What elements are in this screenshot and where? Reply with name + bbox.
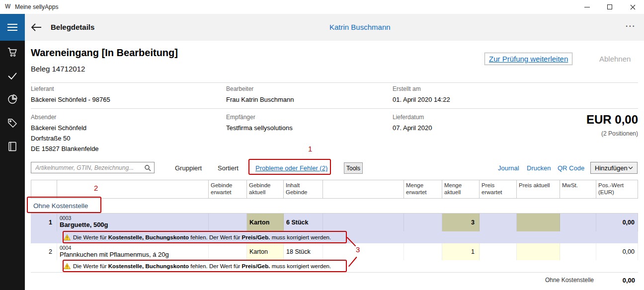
gebinde-aktuell-cell[interactable]: Karton	[247, 243, 284, 260]
group-footer-value: 0,00	[596, 277, 638, 284]
divider	[31, 82, 638, 83]
table-row[interactable]: 2 0004 Pfannkuchen mit Pflaumenmus, á 20…	[31, 243, 638, 260]
maximize-button[interactable]	[598, 0, 621, 14]
col-header-pos-wert: Pos.-Wert (EUR)	[596, 180, 638, 199]
lieferdatum-value: 07. April 2020	[393, 124, 432, 132]
absender-label: Absender	[31, 114, 56, 121]
preis-aktuell-cell[interactable]	[517, 214, 560, 231]
erstellt-label: Erstellt am	[393, 85, 421, 92]
titlebar: W Meine sellyApps	[0, 0, 644, 14]
tag-icon	[7, 118, 18, 129]
hinzufuegen-label: Hinzufügen	[595, 164, 628, 172]
absender-line1: Bäckerei Schönfeld	[31, 124, 86, 132]
close-button[interactable]	[621, 0, 644, 14]
absender-line3: DE 15827 Blankenfelde	[31, 145, 99, 152]
book-icon	[7, 141, 18, 152]
article-name: Pfannkuchen mit Pflaumenmus, á 20g	[60, 251, 206, 258]
tools-button[interactable]: Tools	[344, 162, 363, 174]
menge-aktuell-cell[interactable]: 1	[442, 243, 480, 260]
lieferant-label: Lieferant	[31, 85, 54, 92]
positions-table: Gebinde erwartet Gebinde aktuell Inhalt …	[31, 180, 638, 288]
bearbeiter-label: Bearbeiter	[226, 85, 253, 92]
group-header-ohne-kostenstelle[interactable]: Ohne Kostenstelle	[31, 199, 638, 214]
close-icon	[630, 4, 636, 10]
col-header-gebinde-aktuell: Gebinde aktuell	[247, 180, 284, 199]
sidebar-item-journal[interactable]	[7, 141, 18, 152]
document-title: Wareneingang [In Bearbeitung]	[31, 47, 178, 59]
warning-text: Die Werte für Kostenstelle, Buchungskont…	[73, 234, 331, 240]
more-icon[interactable]: ⋯	[625, 20, 636, 32]
warning-row: Die Werte für Kostenstelle, Buchungskont…	[31, 231, 638, 243]
forward-for-review-button[interactable]: Zur Prüfung weiterleiten	[484, 53, 572, 65]
warning-text: Die Werte für Kostenstelle, Buchungskont…	[73, 263, 331, 269]
row-number: 2	[31, 243, 57, 260]
hamburger-menu-button[interactable]	[0, 14, 25, 41]
pos-wert-cell: 0,00	[596, 243, 638, 260]
sidebar-item-tasks[interactable]	[7, 71, 18, 81]
warning-icon	[64, 234, 71, 240]
article-cell: 0004 Pfannkuchen mit Pflaumenmus, á 20g	[57, 243, 209, 260]
check-icon	[7, 71, 18, 81]
pie-chart-icon	[7, 94, 18, 105]
col-header-menge-erwartet: Menge erwartet	[404, 180, 442, 199]
hinzufuegen-button[interactable]: Hinzufügen	[590, 162, 638, 174]
drucken-link[interactable]: Drucken	[527, 164, 551, 172]
minimize-button[interactable]	[575, 0, 598, 14]
window-title: Meine sellyApps	[15, 3, 58, 10]
sidebar-item-articles[interactable]	[7, 118, 18, 129]
search-icon[interactable]	[144, 164, 151, 171]
inhalt-gebinde-cell: 18 Stück	[284, 243, 323, 260]
problems-errors-link[interactable]: Probleme oder Fehler (2)	[255, 164, 327, 172]
warning-message: Die Werte für Kostenstelle, Buchungskont…	[31, 231, 638, 243]
sidebar-item-reports[interactable]	[7, 94, 18, 105]
preis-erwartet-cell	[480, 243, 517, 260]
journal-link[interactable]: Journal	[498, 164, 519, 172]
total-amount: EUR 0,00	[586, 113, 638, 127]
bearbeiter-value: Frau Katrin Buschmann	[226, 96, 294, 103]
sortiert-control[interactable]: Sortiert	[218, 164, 239, 172]
article-code: 0004	[60, 245, 206, 251]
back-button[interactable]	[31, 23, 42, 34]
back-arrow-icon	[31, 23, 42, 32]
article-name: Barguette, 500g	[60, 221, 206, 228]
qr-code-link[interactable]: QR Code	[558, 164, 584, 172]
spacer-cell	[323, 243, 404, 260]
col-header-preis-erwartet: Preis erwartet	[480, 180, 517, 199]
search-box	[31, 162, 155, 173]
col-header-article	[57, 180, 209, 199]
col-header-preis-aktuell: Preis aktuell	[517, 180, 560, 199]
lieferdatum-label: Lieferdatum	[393, 114, 424, 121]
col-header-mwst: MwSt.	[560, 180, 596, 199]
group-footer-label: Ohne Kostenstelle	[545, 277, 594, 284]
col-header-menge-aktuell: Menge aktuell	[442, 180, 480, 199]
search-input[interactable]	[34, 164, 144, 172]
menge-erwartet-cell	[404, 243, 442, 260]
minimize-icon	[584, 7, 590, 7]
col-header-gebinde-erwartet: Gebinde erwartet	[209, 180, 247, 199]
col-header-num	[31, 180, 57, 199]
divider	[31, 108, 638, 109]
table-row[interactable]: 1 0003 Barguette, 500g Karton 6 Stück 3 …	[31, 214, 638, 231]
page-title: Belegdetails	[51, 23, 94, 31]
col-header-inhalt-gebinde: Inhalt Gebinde	[284, 180, 323, 199]
inhalt-gebinde-cell: 6 Stück	[284, 214, 323, 231]
menge-aktuell-cell[interactable]: 3	[442, 214, 480, 231]
mwst-cell	[560, 243, 596, 260]
gebinde-aktuell-cell[interactable]: Karton	[247, 214, 284, 231]
warning-row: Die Werte für Kostenstelle, Buchungskont…	[31, 260, 638, 273]
article-cell: 0003 Barguette, 500g	[57, 214, 209, 231]
reject-button[interactable]: Ablehnen	[599, 55, 631, 63]
app-window: W Meine sellyApps Belegdetails Katrin Bu…	[0, 0, 644, 290]
preis-aktuell-cell[interactable]	[517, 243, 560, 260]
chevron-down-icon	[628, 166, 633, 169]
gebinde-erwartet-cell	[209, 243, 247, 260]
header-user[interactable]: Katrin Buschmann	[329, 23, 391, 31]
document-number: Beleg 14712012	[31, 65, 85, 73]
gruppiert-control[interactable]: Gruppiert	[175, 164, 202, 172]
app-icon: W	[5, 3, 10, 10]
sidebar-item-cart[interactable]	[7, 47, 18, 58]
gebinde-erwartet-cell	[209, 214, 247, 231]
spacer-cell	[323, 214, 404, 231]
row-number: 1	[31, 214, 57, 231]
empfaenger-label: Empfänger	[226, 114, 255, 121]
